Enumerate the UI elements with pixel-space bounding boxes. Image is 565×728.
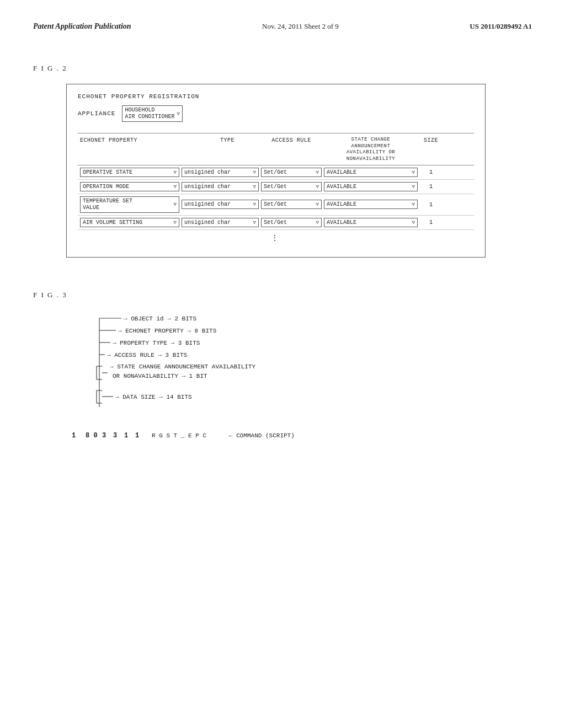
temperature-type-arrow: ▽ bbox=[253, 201, 256, 207]
temperature-type-dropdown[interactable]: unsigined char ▽ bbox=[182, 200, 259, 209]
operation-type-value: unsigined char bbox=[184, 184, 252, 190]
temperature-value: TEMPERATURE SETVALUE bbox=[83, 198, 173, 211]
operation-state-avail-value: AVAILABLE bbox=[327, 184, 411, 190]
temperature-access-value: Set/Get bbox=[264, 201, 315, 207]
table-row: OPERATIVE STATE ▽ unsigined char ▽ Set/G… bbox=[78, 165, 474, 180]
operation-state-avail-dropdown[interactable]: AVAILABLE ▽ bbox=[324, 182, 418, 191]
header-patent-number: US 2011/0289492 A1 bbox=[470, 22, 532, 31]
operative-access-arrow: ▽ bbox=[316, 169, 319, 175]
svg-text:3: 3 bbox=[113, 432, 117, 440]
svg-text:3: 3 bbox=[102, 432, 106, 440]
air-volume-state-avail-value: AVAILABLE bbox=[327, 220, 411, 226]
operative-type-value: unsigined char bbox=[184, 169, 252, 175]
appliance-dropdown[interactable]: HOUSEHOLDAIR CONDITIONER ▽ bbox=[122, 105, 182, 122]
air-volume-state-avail-arrow: ▽ bbox=[412, 220, 415, 226]
operative-state-arrow: ▽ bbox=[174, 169, 177, 175]
svg-text:→ DATA SIZE  →  14 BITS: → DATA SIZE → 14 BITS bbox=[115, 394, 192, 400]
svg-text:8 0: 8 0 bbox=[86, 432, 98, 440]
operation-access-value: Set/Get bbox=[264, 184, 315, 190]
air-volume-size: 1 bbox=[420, 219, 442, 226]
fig3-diagram: .diag-text { font-family: 'Courier New',… bbox=[66, 311, 532, 478]
svg-text:1: 1 bbox=[135, 432, 139, 440]
header-publication-label: Patent Application Publication bbox=[33, 22, 131, 31]
air-volume-type-arrow: ▽ bbox=[253, 220, 256, 226]
svg-text:1: 1 bbox=[72, 432, 76, 440]
operative-access-dropdown[interactable]: Set/Get ▽ bbox=[261, 168, 322, 177]
table-row: TEMPERATURE SETVALUE ▽ unsigined char ▽ … bbox=[78, 194, 474, 216]
operative-state-dropdown[interactable]: OPERATIVE STATE ▽ bbox=[80, 168, 179, 177]
operative-type-dropdown[interactable]: unsigined char ▽ bbox=[182, 168, 259, 177]
operative-state-avail-value: AVAILABLE bbox=[327, 169, 411, 175]
air-volume-state-avail-dropdown[interactable]: AVAILABLE ▽ bbox=[324, 218, 418, 227]
header-date-sheet: Nov. 24, 2011 Sheet 2 of 9 bbox=[262, 22, 339, 31]
col-type-header: TYPE bbox=[182, 137, 259, 163]
operative-state-avail-arrow: ▽ bbox=[412, 169, 415, 175]
air-volume-dropdown[interactable]: AIR VOLUME SETTING ▽ bbox=[80, 218, 179, 227]
svg-text:→ PROPERTY TYPE  →  3 BITS: → PROPERTY TYPE → 3 BITS bbox=[113, 340, 200, 346]
appliance-dropdown-value: HOUSEHOLDAIR CONDITIONER bbox=[125, 107, 174, 120]
operation-mode-value: OPERATION MODE bbox=[83, 184, 173, 190]
temperature-size: 1 bbox=[420, 201, 442, 208]
temperature-dropdown[interactable]: TEMPERATURE SETVALUE ▽ bbox=[80, 196, 179, 213]
air-volume-type-value: unsigined char bbox=[184, 220, 252, 226]
page: Patent Application Publication Nov. 24, … bbox=[0, 0, 565, 728]
svg-text:←  COMMAND (SCRIPT): ← COMMAND (SCRIPT) bbox=[229, 432, 295, 439]
operation-mode-arrow: ▽ bbox=[174, 184, 177, 190]
props-table-header: ECHONET PROPERTY TYPE ACCESS RULE STATE … bbox=[78, 133, 474, 165]
air-volume-access-dropdown[interactable]: Set/Get ▽ bbox=[261, 218, 322, 227]
fig2-label: F I G . 2 bbox=[33, 64, 532, 73]
svg-text:→ ACCESS RULE  →  3 BITS: → ACCESS RULE → 3 BITS bbox=[107, 352, 188, 358]
col-state-header: STATE CHANGEANNOUNCEMENTAVAILABILITY ORN… bbox=[324, 137, 418, 163]
operative-size: 1 bbox=[420, 169, 442, 175]
temperature-type-value: unsigined char bbox=[184, 201, 252, 207]
operation-size: 1 bbox=[420, 183, 442, 190]
appliance-row: APPLIANCE HOUSEHOLDAIR CONDITIONER ▽ bbox=[78, 105, 474, 122]
air-volume-value: AIR VOLUME SETTING bbox=[83, 220, 173, 226]
operation-access-dropdown[interactable]: Set/Get ▽ bbox=[261, 182, 322, 191]
registration-title: ECHONET PROPERTY REGISTRATION bbox=[78, 93, 474, 100]
air-volume-type-dropdown[interactable]: unsigined char ▽ bbox=[182, 218, 259, 227]
operation-access-arrow: ▽ bbox=[316, 184, 319, 190]
col-property-header: ECHONET PROPERTY bbox=[80, 137, 179, 163]
operative-state-avail-dropdown[interactable]: AVAILABLE ▽ bbox=[324, 168, 418, 177]
col-size-header: SIZE bbox=[420, 137, 442, 163]
operative-access-value: Set/Get bbox=[264, 169, 315, 175]
air-volume-access-value: Set/Get bbox=[264, 220, 315, 226]
operative-type-arrow: ▽ bbox=[253, 169, 256, 175]
table-row: OPERATION MODE ▽ unsigined char ▽ Set/Ge… bbox=[78, 180, 474, 194]
temperature-state-avail-dropdown[interactable]: AVAILABLE ▽ bbox=[324, 200, 418, 209]
temperature-access-arrow: ▽ bbox=[316, 201, 319, 207]
operation-type-arrow: ▽ bbox=[253, 184, 256, 190]
svg-text:1: 1 bbox=[124, 432, 128, 440]
appliance-label: APPLIANCE bbox=[78, 110, 115, 117]
fig3-svg: .diag-text { font-family: 'Courier New',… bbox=[66, 311, 508, 476]
temperature-arrow: ▽ bbox=[174, 201, 177, 207]
dots-row: ⋮ bbox=[78, 230, 474, 246]
temperature-access-dropdown[interactable]: Set/Get ▽ bbox=[261, 200, 322, 209]
temperature-state-avail-arrow: ▽ bbox=[412, 201, 415, 207]
props-table: ECHONET PROPERTY TYPE ACCESS RULE STATE … bbox=[78, 133, 474, 246]
fig3-label: F I G . 3 bbox=[33, 291, 532, 299]
svg-text:→ ECHONET PROPERTY  →  8 BITS: → ECHONET PROPERTY → 8 BITS bbox=[118, 328, 217, 334]
air-volume-arrow: ▽ bbox=[174, 220, 177, 226]
temperature-state-avail-value: AVAILABLE bbox=[327, 201, 411, 207]
svg-text:→ OBJECT id  →  2 BITS: → OBJECT id → 2 BITS bbox=[124, 315, 196, 322]
air-volume-access-arrow: ▽ bbox=[316, 220, 319, 226]
svg-text:OR NONAVAILABILITY  →  1 BIT: OR NONAVAILABILITY → 1 BIT bbox=[113, 373, 207, 379]
table-row: AIR VOLUME SETTING ▽ unsigined char ▽ Se… bbox=[78, 216, 474, 230]
col-access-header: ACCESS RULE bbox=[261, 137, 322, 163]
operation-type-dropdown[interactable]: unsigined char ▽ bbox=[182, 182, 259, 191]
appliance-dropdown-arrow: ▽ bbox=[177, 111, 179, 117]
svg-text:R G S T _ E P C: R G S T _ E P C bbox=[152, 432, 206, 439]
page-header: Patent Application Publication Nov. 24, … bbox=[33, 22, 532, 31]
operation-mode-dropdown[interactable]: OPERATION MODE ▽ bbox=[80, 182, 179, 191]
svg-text:→ STATE CHANGE ANNOUNCEMENT AV: → STATE CHANGE ANNOUNCEMENT AVAILABILITY bbox=[110, 363, 255, 370]
operative-state-value: OPERATIVE STATE bbox=[83, 169, 173, 175]
operation-state-avail-arrow: ▽ bbox=[412, 184, 415, 190]
fig2-container: ECHONET PROPERTY REGISTRATION APPLIANCE … bbox=[66, 84, 486, 258]
